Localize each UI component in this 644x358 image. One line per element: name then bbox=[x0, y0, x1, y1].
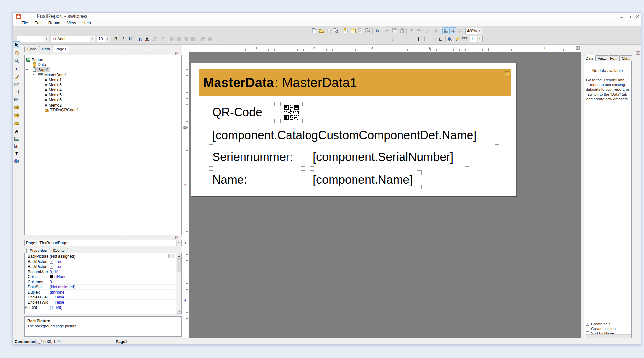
menu-report[interactable]: Report bbox=[45, 21, 64, 25]
tree-item-data[interactable]: Data bbox=[33, 62, 46, 67]
menu-help[interactable]: Help bbox=[79, 21, 94, 25]
tree-item-report[interactable]: Report bbox=[26, 57, 43, 62]
paste-icon[interactable] bbox=[398, 27, 405, 34]
frame-top-icon[interactable] bbox=[391, 36, 398, 42]
masterdata-band[interactable]: MasterData: MasterData1 bbox=[199, 69, 511, 96]
tree-item-memo2[interactable]: AMemo2 bbox=[45, 103, 62, 107]
line-style-icon[interactable] bbox=[461, 36, 468, 42]
align-right-icon[interactable] bbox=[183, 36, 190, 42]
fit-to-grid-icon[interactable] bbox=[457, 27, 464, 34]
frame-none-icon[interactable] bbox=[430, 36, 437, 42]
close-panel-icon[interactable] bbox=[636, 51, 640, 55]
property-row[interactable]: ColorclNone bbox=[25, 274, 175, 279]
close-panel-icon[interactable] bbox=[175, 52, 179, 55]
scroll-up-icon[interactable] bbox=[177, 254, 181, 258]
page-settings-icon[interactable] bbox=[364, 27, 371, 34]
property-row[interactable]: +Font(TFont) bbox=[25, 305, 175, 310]
toolbar-grip[interactable] bbox=[308, 28, 310, 34]
checkbox-checked-icon[interactable]: ✓ bbox=[50, 265, 53, 269]
align-top-icon[interactable] bbox=[200, 36, 207, 42]
tab-events[interactable]: Events bbox=[50, 248, 68, 253]
scroll-down-icon[interactable] bbox=[177, 309, 181, 314]
picture-object-tool[interactable] bbox=[13, 135, 20, 142]
new-report-icon[interactable] bbox=[311, 27, 318, 34]
inspector-splitter[interactable] bbox=[24, 236, 174, 238]
fill-color-icon[interactable] bbox=[447, 36, 454, 42]
frame-left-icon[interactable] bbox=[405, 36, 412, 42]
band-object-tool-1[interactable] bbox=[13, 103, 20, 110]
checkbox-unchecked-icon[interactable] bbox=[50, 296, 53, 299]
dropdown-arrow-icon[interactable]: ▼ bbox=[90, 36, 94, 42]
memo-serialnumber-field[interactable]: [component.SerialNumber] bbox=[310, 148, 469, 167]
tree-item-memo1[interactable]: AMemo1 bbox=[45, 77, 62, 82]
dropdown-arrow-icon[interactable]: ▼ bbox=[44, 36, 49, 42]
checkbox-unchecked-icon[interactable] bbox=[586, 327, 589, 330]
delete-page-icon[interactable] bbox=[357, 27, 364, 34]
font-settings-icon[interactable]: TT bbox=[137, 36, 144, 42]
checkbox-unchecked-icon[interactable] bbox=[50, 301, 53, 304]
tab-page1[interactable]: Page1 bbox=[53, 46, 69, 52]
tree-item-masterdata1[interactable]: MasterData1 bbox=[38, 72, 67, 77]
underline-button[interactable]: U bbox=[127, 36, 134, 42]
property-row[interactable]: DuplexdmNone bbox=[25, 290, 175, 295]
property-row[interactable]: Columns0 bbox=[25, 280, 175, 285]
line-width-combo[interactable]: 1▼ bbox=[470, 36, 483, 42]
vertical-ruler[interactable]: 1 2 3 4 bbox=[182, 52, 189, 338]
group-icon[interactable] bbox=[425, 27, 432, 34]
close-panel-icon[interactable] bbox=[576, 46, 580, 50]
property-row[interactable]: EndlessHeighFalse bbox=[25, 295, 175, 300]
subreport-tool[interactable] bbox=[13, 96, 20, 103]
zoom-combo[interactable]: 480%▼ bbox=[465, 28, 482, 34]
format-painter-tool[interactable] bbox=[13, 73, 20, 80]
align-middle-icon[interactable] bbox=[207, 36, 214, 42]
chart-object-tool[interactable] bbox=[13, 143, 20, 150]
tab-variables[interactable]: Var... bbox=[595, 55, 608, 61]
data-panel-splitter[interactable] bbox=[582, 52, 635, 54]
tree-item-memo5[interactable]: AMemo5 bbox=[45, 92, 62, 97]
frame-shadow-icon[interactable] bbox=[437, 36, 444, 42]
memo-name-label[interactable]: Name: bbox=[209, 170, 305, 189]
dropdown-arrow-icon[interactable]: ▼ bbox=[477, 36, 482, 42]
memo-qr-label[interactable]: QR-Code bbox=[209, 102, 275, 123]
object-selector[interactable]: Page1: TfrxReportPage▼ bbox=[24, 240, 182, 246]
property-row[interactable]: BottomMargir0, 10 bbox=[25, 270, 175, 274]
font-size-combo[interactable]: 10▼ bbox=[97, 36, 110, 42]
close-icon[interactable] bbox=[635, 14, 640, 19]
italic-button[interactable]: I bbox=[120, 36, 126, 42]
tab-functions[interactable]: Fu... bbox=[608, 55, 620, 61]
option-create-field[interactable]: ✓Create field bbox=[586, 322, 610, 326]
tree-splitter[interactable] bbox=[24, 52, 174, 54]
title-bar[interactable] bbox=[13, 13, 641, 20]
save-report-icon[interactable] bbox=[325, 27, 332, 34]
rotate-text-icon[interactable] bbox=[158, 36, 165, 42]
justify-icon[interactable] bbox=[190, 36, 197, 42]
property-row[interactable]: BackPicture(Not assigned) bbox=[25, 254, 175, 259]
dropdown-arrow-icon[interactable]: ▼ bbox=[176, 240, 181, 246]
ungroup-icon[interactable] bbox=[432, 27, 439, 34]
copy-icon[interactable] bbox=[391, 27, 398, 34]
menu-edit[interactable]: Edit bbox=[31, 21, 45, 25]
align-center-icon[interactable] bbox=[175, 36, 182, 42]
grid-scrollbar[interactable] bbox=[176, 253, 181, 314]
expand-icon[interactable]: + bbox=[25, 306, 28, 309]
close-panel-icon[interactable] bbox=[175, 236, 179, 239]
font-name-combo[interactable]: TTArial▼ bbox=[51, 36, 95, 42]
undo-icon[interactable]: ↶ bbox=[408, 27, 415, 34]
checkbox-checked-icon[interactable]: ✓ bbox=[50, 260, 53, 264]
tree-item-memo3[interactable]: AMemo3 bbox=[45, 82, 62, 87]
menu-file[interactable]: File bbox=[18, 21, 31, 25]
align-bottom-icon[interactable] bbox=[214, 36, 221, 42]
memo-component-name-field[interactable]: [component.CatalogCustomComponentDef.Nam… bbox=[209, 126, 499, 145]
frame-bottom-icon[interactable] bbox=[398, 36, 405, 42]
show-grid-icon[interactable] bbox=[442, 27, 449, 34]
zoom-tool[interactable] bbox=[13, 57, 20, 64]
cut-icon[interactable]: ✂ bbox=[384, 27, 391, 34]
option-create-caption[interactable]: Create caption bbox=[586, 326, 616, 331]
chevron-down-icon[interactable] bbox=[26, 68, 29, 71]
tab-code[interactable]: Code bbox=[24, 46, 39, 52]
text-edit-tool[interactable]: T bbox=[13, 65, 20, 72]
align-left-icon[interactable] bbox=[168, 36, 175, 42]
tree-item-page1[interactable]: Page1 bbox=[33, 67, 50, 72]
redo-icon[interactable]: ↷ bbox=[415, 27, 422, 34]
tree-item-memo6[interactable]: AMemo6 bbox=[45, 97, 62, 102]
